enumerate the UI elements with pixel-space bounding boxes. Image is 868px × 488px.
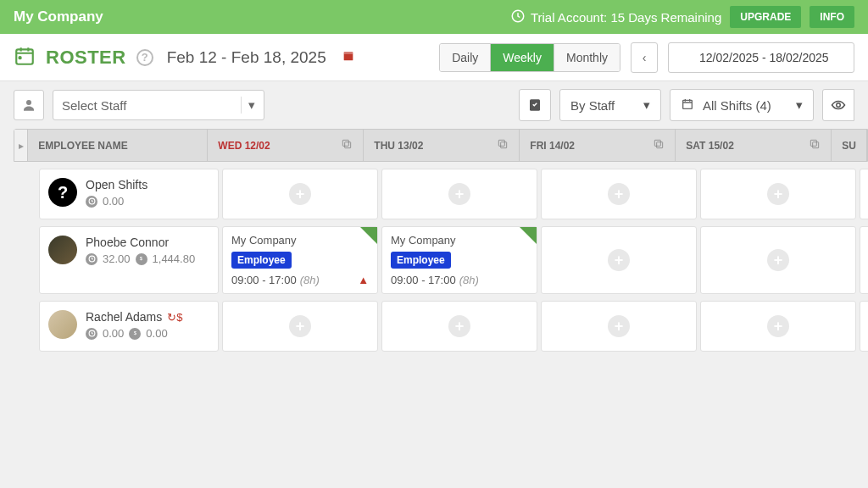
- svg-rect-10: [343, 140, 349, 146]
- question-icon: ?: [48, 178, 77, 207]
- svg-rect-9: [345, 142, 351, 148]
- day-cell[interactable]: My Company Employee 09:00 - 17:00 (8h): [381, 226, 537, 294]
- avatar: [48, 236, 77, 264]
- add-shift-button[interactable]: +: [767, 315, 789, 337]
- svg-text:$: $: [140, 256, 143, 261]
- employee-hours: 32.00: [103, 252, 131, 265]
- chevron-down-icon: ▾: [248, 97, 255, 113]
- shift-location: My Company: [391, 234, 456, 247]
- svg-rect-7: [683, 100, 693, 108]
- col-sun[interactable]: SU: [832, 130, 867, 161]
- trial-status: Trial Account: 15 Days Remaining: [510, 8, 721, 26]
- svg-rect-16: [811, 140, 817, 146]
- shift-duration: (8h): [300, 274, 320, 286]
- help-icon[interactable]: ?: [136, 49, 153, 66]
- open-shifts-label: Open Shifts: [86, 178, 147, 191]
- day-cell[interactable]: +: [700, 301, 856, 352]
- shift-role-badge: Employee: [391, 252, 451, 269]
- day-cell[interactable]: +: [541, 301, 697, 352]
- roster-icon: [14, 45, 36, 70]
- employee-name: Rachel Adams: [86, 310, 162, 324]
- add-shift-button[interactable]: +: [448, 315, 470, 337]
- staff-icon-button[interactable]: [14, 90, 44, 120]
- add-shift-button[interactable]: +: [608, 249, 630, 271]
- expand-toggle[interactable]: ▸: [14, 130, 28, 161]
- day-cell[interactable]: [860, 301, 868, 352]
- checklist-icon-button[interactable]: [519, 89, 551, 121]
- employee-cell[interactable]: Phoebe Connor 32.00 $ 1,444.80: [39, 226, 219, 294]
- shift-corner-icon: [360, 227, 377, 244]
- view-monthly[interactable]: Monthly: [554, 44, 620, 71]
- view-weekly[interactable]: Weekly: [491, 44, 554, 71]
- table-row: ? Open Shifts 0.00 + + + +: [14, 169, 868, 219]
- svg-point-2: [19, 57, 21, 58]
- shift-role-badge: Employee: [231, 252, 292, 269]
- col-sat[interactable]: SAT 15/02: [676, 130, 832, 161]
- date-picker[interactable]: 12/02/2025 - 18/02/2025: [668, 42, 854, 73]
- day-cell[interactable]: [860, 226, 868, 294]
- day-cell[interactable]: +: [700, 169, 856, 219]
- svg-rect-12: [499, 140, 505, 146]
- view-daily[interactable]: Daily: [440, 44, 491, 71]
- table-row: Phoebe Connor 32.00 $ 1,444.80 My Compan…: [14, 226, 868, 294]
- shift-duration: (8h): [459, 274, 479, 286]
- shifts-filter-label: All Shifts (4): [703, 98, 771, 113]
- clock-icon: [510, 8, 526, 26]
- prev-week-button[interactable]: ‹: [631, 42, 658, 73]
- avatar: [48, 310, 77, 339]
- by-staff-label: By Staff: [570, 98, 615, 113]
- add-shift-button[interactable]: +: [448, 183, 470, 205]
- add-shift-button[interactable]: +: [767, 249, 789, 271]
- col-employee-name: EMPLOYEE NAME: [28, 130, 208, 161]
- copy-icon[interactable]: [497, 138, 509, 152]
- sync-dollar-icon[interactable]: ↻$: [167, 311, 182, 324]
- open-hours: 0.00: [103, 195, 124, 208]
- svg-text:$: $: [134, 330, 137, 336]
- shift-corner-icon: [520, 227, 537, 244]
- shift-times: 09:00 - 17:00: [391, 274, 456, 286]
- add-shift-button[interactable]: +: [767, 183, 789, 205]
- info-button[interactable]: INFO: [810, 6, 854, 28]
- calendar-small-icon: [681, 97, 694, 114]
- visibility-icon-button[interactable]: [822, 89, 854, 121]
- day-cell[interactable]: +: [541, 226, 697, 294]
- day-cell[interactable]: +: [222, 169, 378, 219]
- copy-icon[interactable]: [341, 138, 353, 152]
- day-cell[interactable]: +: [222, 301, 378, 352]
- clock-small-icon: [86, 253, 97, 265]
- date-range-label: Feb 12 - Feb 18, 2025: [167, 48, 326, 67]
- open-shifts-cell[interactable]: ? Open Shifts 0.00: [39, 169, 219, 219]
- shifts-filter-dropdown[interactable]: All Shifts (4) ▾: [670, 89, 814, 121]
- add-shift-button[interactable]: +: [608, 183, 630, 205]
- day-cell[interactable]: +: [541, 169, 697, 219]
- copy-icon[interactable]: [809, 138, 821, 152]
- day-cell[interactable]: [860, 169, 868, 219]
- staff-select[interactable]: Select Staff ▾: [53, 90, 264, 120]
- calendar-icon[interactable]: [342, 49, 355, 66]
- svg-rect-11: [501, 142, 507, 148]
- employee-cost: 1,444.80: [153, 252, 196, 265]
- shift-card[interactable]: My Company Employee 09:00 - 17:00 (8h) ▲: [223, 227, 377, 293]
- day-cell[interactable]: +: [381, 301, 537, 352]
- copy-icon[interactable]: [653, 138, 665, 152]
- day-cell[interactable]: My Company Employee 09:00 - 17:00 (8h) ▲: [222, 226, 378, 294]
- page-title: ROSTER: [46, 47, 126, 69]
- col-wed[interactable]: WED 12/02: [208, 130, 364, 161]
- day-cell[interactable]: +: [381, 169, 537, 219]
- warning-icon[interactable]: ▲: [358, 274, 369, 286]
- trial-text: Trial Account: 15 Days Remaining: [531, 10, 721, 25]
- day-cell[interactable]: +: [700, 226, 856, 294]
- clock-small-icon: [86, 328, 97, 340]
- col-thu[interactable]: THU 13/02: [364, 130, 520, 161]
- chevron-down-icon: ▾: [796, 97, 803, 113]
- add-shift-button[interactable]: +: [608, 315, 630, 337]
- employee-cost: 0.00: [146, 327, 167, 340]
- add-shift-button[interactable]: +: [289, 183, 311, 205]
- add-shift-button[interactable]: +: [289, 315, 311, 337]
- svg-point-5: [26, 100, 31, 105]
- col-fri[interactable]: FRI 14/02: [520, 130, 676, 161]
- employee-cell[interactable]: Rachel Adams ↻$ 0.00 $ 0.00: [39, 301, 219, 352]
- upgrade-button[interactable]: UPGRADE: [730, 6, 801, 28]
- by-staff-dropdown[interactable]: By Staff ▾: [559, 89, 661, 121]
- shift-card[interactable]: My Company Employee 09:00 - 17:00 (8h): [382, 227, 537, 293]
